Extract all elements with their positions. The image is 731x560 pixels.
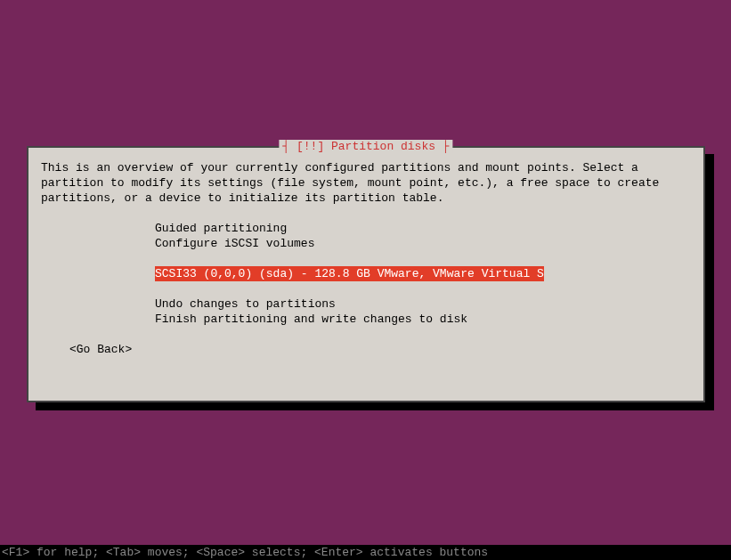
- go-back-button[interactable]: <Go Back>: [69, 342, 691, 357]
- menu-configure-iscsi[interactable]: Configure iSCSI volumes: [155, 236, 691, 251]
- dialog-description: This is an overview of your currently co…: [41, 160, 691, 206]
- footer-help-bar: <F1> for help; <Tab> moves; <Space> sele…: [0, 545, 731, 560]
- menu-finish-partitioning[interactable]: Finish partitioning and write changes to…: [155, 312, 691, 327]
- title-text: [!!] Partition disks: [296, 140, 435, 153]
- menu-disk-sda[interactable]: SCSI33 (0,0,0) (sda) - 128.8 GB VMware, …: [155, 266, 544, 281]
- dialog-content: This is an overview of your currently co…: [28, 148, 703, 369]
- menu-undo-changes[interactable]: Undo changes to partitions: [155, 296, 691, 312]
- title-bracket-left: ┤: [282, 140, 296, 153]
- partition-menu: Guided partitioning Configure iSCSI volu…: [155, 221, 691, 327]
- menu-spacer: [155, 251, 691, 266]
- menu-spacer: [155, 281, 691, 296]
- partition-disks-dialog: ┤ [!!] Partition disks ├ This is an over…: [27, 146, 705, 402]
- title-bracket-right: ├: [435, 140, 450, 153]
- dialog-title: ┤ [!!] Partition disks ├: [279, 140, 452, 153]
- menu-guided-partitioning[interactable]: Guided partitioning: [155, 221, 691, 236]
